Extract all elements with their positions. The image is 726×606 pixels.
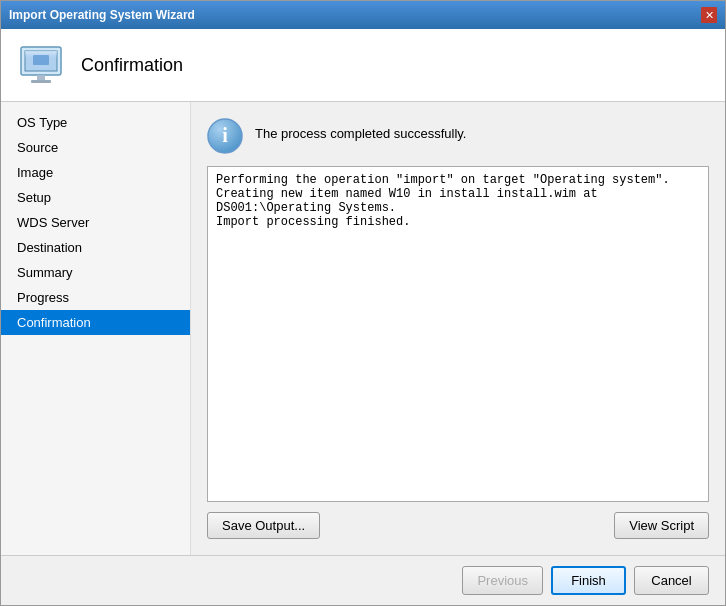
header-section: Confirmation [1,29,725,102]
sidebar-item-image[interactable]: Image [1,160,190,185]
sidebar-item-label: Image [17,165,53,180]
sidebar-item-summary[interactable]: Summary [1,260,190,285]
sidebar: OS Type Source Image Setup WDS Server De… [1,102,191,555]
cancel-button[interactable]: Cancel [634,566,709,595]
sidebar-item-label: Confirmation [17,315,91,330]
sidebar-item-setup[interactable]: Setup [1,185,190,210]
title-bar: Import Operating System Wizard ✕ [1,1,725,29]
sidebar-item-source[interactable]: Source [1,135,190,160]
close-button[interactable]: ✕ [701,7,717,23]
main-area: i The process completed successfully. Pe… [191,102,725,555]
window-content: Confirmation OS Type Source Image Setup [1,29,725,605]
sidebar-item-label: Source [17,140,58,155]
svg-rect-5 [33,55,49,65]
sidebar-item-label: Progress [17,290,69,305]
sidebar-item-label: WDS Server [17,215,89,230]
info-row: i The process completed successfully. [207,118,709,154]
body-section: OS Type Source Image Setup WDS Server De… [1,102,725,555]
wizard-icon [17,41,65,89]
page-title: Confirmation [81,55,183,76]
lower-button-row: Save Output... View Script [207,512,709,539]
sidebar-item-wds-server[interactable]: WDS Server [1,210,190,235]
sidebar-item-destination[interactable]: Destination [1,235,190,260]
svg-text:i: i [222,124,228,146]
save-output-button[interactable]: Save Output... [207,512,320,539]
window-title: Import Operating System Wizard [9,8,195,22]
sidebar-item-os-type[interactable]: OS Type [1,110,190,135]
sidebar-item-label: Summary [17,265,73,280]
previous-button[interactable]: Previous [462,566,543,595]
sidebar-item-label: Setup [17,190,51,205]
success-message: The process completed successfully. [255,118,466,141]
main-window: Import Operating System Wizard ✕ [0,0,726,606]
svg-rect-3 [37,75,45,80]
sidebar-item-label: OS Type [17,115,67,130]
footer-section: Previous Finish Cancel [1,555,725,605]
svg-rect-4 [31,80,51,83]
sidebar-item-confirmation[interactable]: Confirmation [1,310,190,335]
sidebar-item-label: Destination [17,240,82,255]
view-script-button[interactable]: View Script [614,512,709,539]
log-output: Performing the operation "import" on tar… [207,166,709,502]
sidebar-item-progress[interactable]: Progress [1,285,190,310]
info-icon: i [207,118,243,154]
finish-button[interactable]: Finish [551,566,626,595]
